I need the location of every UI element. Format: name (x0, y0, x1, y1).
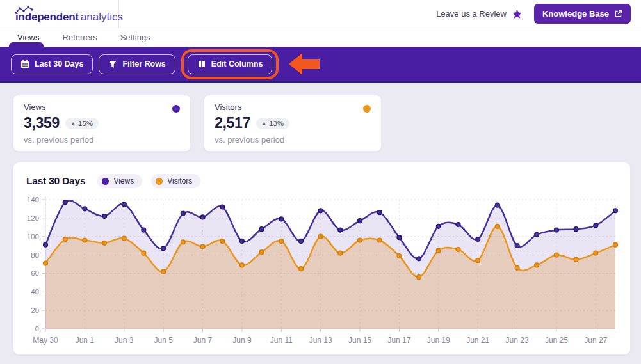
views-point (220, 205, 225, 209)
visitors-point (181, 240, 186, 244)
columns-icon (197, 59, 206, 68)
knowledge-base-button[interactable]: Knowledge Base (534, 4, 631, 24)
up-arrow-icon: ▲ (71, 121, 76, 125)
filter-rows-label: Filter Rows (122, 59, 165, 68)
views-legend-dot (102, 178, 109, 185)
views-point (456, 223, 460, 227)
y-tick-label: 120 (27, 214, 39, 222)
x-tick-label: Jun 9 (232, 336, 252, 345)
header-actions: Leave us a Review Knowledge Base (436, 0, 641, 28)
tab-bar: Views Referrers Settings (0, 28, 641, 47)
views-stat-card: Views 3,359 ▲15% vs. previous period (13, 95, 191, 152)
visitors-point (535, 263, 539, 267)
tab-referrers[interactable]: Referrers (62, 33, 97, 42)
legend-views[interactable]: Views (97, 174, 142, 188)
change-value: 15% (78, 120, 93, 127)
y-tick-label: 20 (31, 306, 39, 314)
views-point (613, 209, 618, 213)
visitors-point (476, 258, 480, 263)
app-logo[interactable]: independentanalytics (15, 4, 123, 24)
visitors-point (63, 237, 67, 242)
x-tick-label: Jun 3 (115, 336, 134, 345)
visitors-point (437, 248, 441, 253)
views-point (417, 257, 421, 261)
independent-analytics-dashboard: { "header": { "brand_bold": "independent… (0, 0, 641, 364)
legend-visitors[interactable]: Visitors (151, 174, 200, 188)
up-arrow-icon: ▲ (262, 121, 266, 125)
chart-header: Last 30 Days Views Visitors (24, 174, 620, 188)
area-chart[interactable]: May 30Jun 1Jun 3Jun 5Jun 7Jun 9Jun 11Jun… (24, 193, 621, 353)
y-tick-label: 40 (31, 288, 39, 296)
date-range-button[interactable]: Last 30 Days (11, 54, 93, 74)
visitors-point (259, 250, 264, 255)
views-point (259, 227, 264, 232)
tab-settings[interactable]: Settings (120, 33, 150, 42)
visitors-point (220, 239, 225, 244)
x-tick-label: Jun 15 (348, 336, 371, 345)
views-point (44, 242, 48, 247)
external-link-icon (614, 10, 622, 18)
actions-toolbar: Last 30 Days Filter Rows Edit Columns (0, 47, 641, 83)
change-value: 13% (269, 120, 284, 127)
edit-columns-label: Edit Columns (211, 59, 263, 68)
main-content: Views 3,359 ▲15% vs. previous period Vis… (0, 83, 641, 355)
annotation-arrow (289, 53, 320, 75)
visitors-point (515, 266, 519, 271)
active-tab-indicator (9, 42, 44, 47)
visitors-series-dot (363, 105, 371, 113)
views-point (338, 228, 343, 232)
x-tick-label: Jun 1 (76, 336, 95, 345)
x-tick-label: Jun 5 (154, 336, 173, 345)
y-tick-label: 100 (27, 233, 39, 241)
visitors-point (44, 261, 48, 265)
visitors-point (496, 225, 500, 229)
visitors-point (161, 269, 166, 274)
leave-review-link[interactable]: Leave us a Review (436, 9, 523, 19)
visitors-point (122, 236, 127, 241)
arrow-tail (302, 59, 320, 69)
date-range-label: Last 30 Days (35, 59, 83, 68)
logo-area: independentanalytics (0, 0, 119, 28)
star-icon (512, 9, 523, 19)
visitors-point (574, 258, 578, 262)
visitors-point (142, 251, 146, 255)
stat-subtitle: vs. previous period (215, 135, 371, 145)
stat-subtitle: vs. previous period (24, 135, 180, 145)
x-tick-label: May 30 (33, 336, 58, 345)
legend-visitors-label: Visitors (167, 177, 192, 186)
chart-title: Last 30 Days (26, 175, 85, 187)
views-point (63, 200, 67, 205)
x-tick-label: Jun 17 (387, 336, 410, 345)
legend-views-label: Views (113, 177, 134, 186)
views-point (476, 237, 480, 242)
edit-columns-highlight-ring: Edit Columns (181, 49, 279, 79)
tab-views[interactable]: Views (17, 33, 39, 42)
x-tick-label: Jun 7 (193, 336, 213, 345)
views-point (200, 215, 205, 219)
views-point (535, 233, 539, 237)
x-tick-label: Jun 27 (584, 336, 607, 345)
visitors-point (102, 241, 107, 246)
views-point (496, 203, 500, 207)
visitors-point (594, 251, 598, 255)
views-point (377, 210, 382, 215)
views-point (515, 244, 519, 248)
views-point (574, 227, 578, 232)
filter-rows-button[interactable]: Filter Rows (99, 54, 175, 74)
x-tick-label: Jun 21 (466, 336, 489, 345)
views-point (358, 219, 362, 223)
y-tick-label: 0 (35, 325, 39, 333)
stat-cards-row: Views 3,359 ▲15% vs. previous period Vis… (13, 95, 631, 152)
visitors-point (279, 239, 284, 244)
arrow-head (289, 53, 302, 75)
visitors-stat-card: Visitors 2,517 ▲13% vs. previous period (204, 95, 382, 152)
chart-legend: Views Visitors (97, 174, 200, 188)
y-tick-label: 80 (31, 251, 39, 259)
sparkline-icon (15, 6, 34, 15)
funnel-icon (108, 60, 117, 68)
x-tick-label: Jun 25 (545, 336, 568, 345)
calendar-icon (20, 59, 29, 68)
views-point (161, 246, 166, 251)
edit-columns-button[interactable]: Edit Columns (188, 54, 273, 74)
views-point (181, 211, 186, 216)
